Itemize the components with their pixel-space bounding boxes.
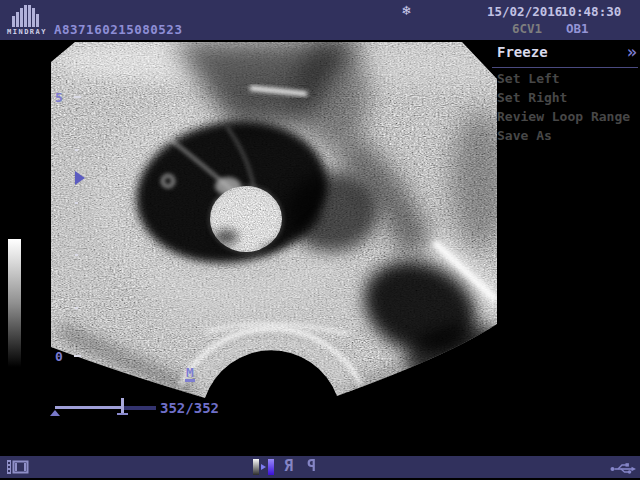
mindray-logo-text: MINDRAY (7, 28, 47, 36)
freeze-indicator-icon: ❄ (402, 2, 410, 18)
depth-scale-bottom-label: 0 (55, 349, 63, 364)
color-map-swatch (268, 459, 274, 475)
menu-title-label: Freeze (497, 44, 548, 60)
mindray-logo-icon (12, 4, 44, 27)
depth-tick (75, 202, 78, 204)
cine-progress-played[interactable] (55, 406, 123, 409)
chevron-double-right-icon[interactable]: » (627, 42, 634, 62)
grayscale-map-bar (8, 239, 21, 367)
cine-start-marker (50, 410, 60, 416)
probe-orientation-marker: M (185, 366, 195, 382)
system-date: 15/02/2016 (487, 4, 562, 19)
flip-vertical-icon[interactable]: P (307, 457, 316, 475)
usb-status-icon (610, 460, 636, 474)
focus-position-marker[interactable] (75, 171, 85, 185)
menu-item-set-left[interactable]: Set Left (497, 71, 560, 86)
menu-title-freeze[interactable]: Freeze » (490, 44, 640, 64)
ultrasound-system-screen: MINDRAY A837160215080523 ❄ 15/02/2016 10… (0, 0, 640, 480)
menu-item-save-as[interactable]: Save As (497, 128, 552, 143)
cine-frame-counter: 352/352 (160, 400, 219, 416)
depth-scale-top-label: 5 (55, 90, 63, 105)
cine-cursor-base (117, 413, 128, 415)
exam-preset-label: OB1 (566, 21, 589, 36)
top-status-bar: MINDRAY A837160215080523 ❄ 15/02/2016 10… (0, 0, 640, 40)
gray-map-swatch (253, 459, 259, 475)
menu-item-set-right[interactable]: Set Right (497, 90, 567, 105)
cine-cursor[interactable] (121, 398, 124, 414)
cine-progress-remaining[interactable] (123, 406, 156, 410)
depth-tick (74, 355, 81, 357)
arrow-right-icon (261, 464, 266, 470)
system-time: 10:48:30 (561, 4, 621, 19)
soft-menu-panel: Freeze » Set Left Set Right Review Loop … (490, 42, 640, 152)
depth-tick (75, 149, 78, 151)
grayscale-to-color-map-icon (253, 459, 279, 475)
depth-tick (75, 254, 78, 256)
patient-id: A837160215080523 (54, 22, 182, 37)
menu-divider (492, 67, 638, 68)
depth-tick (74, 96, 81, 98)
flip-horizontal-icon[interactable]: Я (284, 457, 293, 475)
cine-film-icon[interactable] (7, 459, 29, 475)
depth-tick (75, 307, 78, 309)
bottom-status-bar: Я P (0, 456, 640, 478)
menu-item-review-loop-range[interactable]: Review Loop Range (497, 109, 630, 124)
probe-model-label: 6CV1 (512, 21, 542, 36)
